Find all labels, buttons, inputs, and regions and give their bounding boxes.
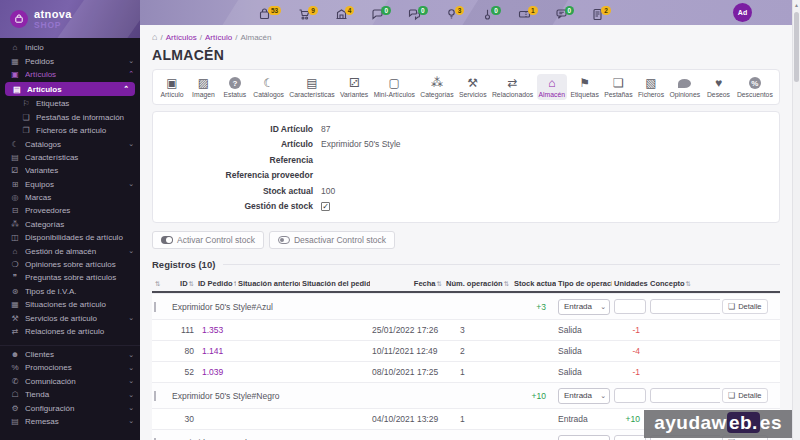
tab-opiniones[interactable]: Opiniones (667, 74, 702, 100)
units-input[interactable] (614, 388, 646, 403)
page-scrollbar[interactable]: ▲ (792, 0, 800, 440)
thermometer-icon[interactable]: 0 (481, 5, 501, 21)
breadcrumb-articulo[interactable]: Artículo (205, 33, 232, 42)
scroll-up-icon[interactable]: ▲ (793, 0, 800, 8)
sidebar-item-caracter-sticas[interactable]: ▤Características (0, 151, 140, 164)
shopping-bag-icon[interactable]: 53 (258, 5, 281, 21)
tab-servicios[interactable]: ⚒Servicios (457, 74, 489, 100)
column-header-Stock actual[interactable]: Stock actual⇅ (512, 279, 556, 288)
sort-icon[interactable]: ⇅ (189, 280, 194, 287)
tab-etiquetas[interactable]: ⚑Etiquetas (568, 74, 600, 100)
breadcrumb-articulos[interactable]: Artículos (166, 33, 197, 42)
idea-icon[interactable]: 3 (445, 5, 465, 21)
sidebar-item-configuraci-n[interactable]: ⚙Configuración⌄ (0, 401, 140, 414)
report-icon[interactable]: 2 (591, 5, 611, 21)
operation-type-select[interactable]: Entrada⌄ (558, 299, 610, 315)
sidebar-item-pedidos[interactable]: ▦Pedidos⌄ (0, 54, 140, 67)
activate-stock-control-button[interactable]: Activar Control stock (152, 231, 264, 249)
sidebar-item-marcas[interactable]: ◎Marcas (0, 191, 140, 204)
tab-categor-as[interactable]: ⁂Categorías (418, 74, 455, 100)
sidebar-item-opiniones-sobre-art-culos[interactable]: ❍Opiniones sobre artículos (0, 258, 140, 271)
ticket-icon[interactable]: 1 (518, 5, 538, 21)
units-input[interactable] (614, 299, 646, 314)
units-input[interactable] (614, 435, 646, 440)
sidebar-item-categor-as[interactable]: ⁂Categorías (0, 218, 140, 231)
tab-pesta-as[interactable]: ❏Pestañas (602, 74, 634, 100)
features-icon: ▤ (9, 153, 21, 162)
sidebar-item-tipos-de-i-v-a-[interactable]: ⊛Tipos de I.V.A. (0, 285, 140, 298)
comment-icon[interactable]: 0 (555, 5, 575, 21)
row-checkbox[interactable] (154, 302, 156, 312)
sort-icon[interactable]: ⇅ (504, 280, 509, 287)
user-avatar[interactable]: Ad (733, 3, 752, 22)
operation-type-select[interactable]: Entrada⌄ (558, 435, 610, 440)
sidebar-item-gesti-n-de-almac-n[interactable]: ⌂Gestión de almacén⌄ (0, 244, 140, 257)
order-id-link[interactable]: 1.039 (196, 367, 236, 377)
sort-icon[interactable]: ⇅ (437, 280, 442, 287)
column-header-ID Pedido[interactable]: ID Pedido⇅ (196, 279, 236, 288)
column-header-ID[interactable]: ID⇅ (170, 279, 196, 288)
tab-mini-art-culos[interactable]: ▢Mini-Artículos (372, 74, 417, 100)
column-header-Situación del pedido[interactable]: Situación del pedido⇅ (300, 279, 370, 288)
sort-icon[interactable]: ⇅ (686, 280, 691, 287)
sidebar-item-tienda[interactable]: ☖Tienda⌄ (0, 388, 140, 401)
tab-cat-logos[interactable]: ☾Catálogos (251, 74, 286, 100)
sidebar-item-pesta-as-de-informaci-n[interactable]: ❏Pestañas de información (0, 111, 140, 124)
column-header-select[interactable]: ⇅ (152, 279, 170, 288)
sidebar-item-variantes[interactable]: ⚂Variantes (0, 164, 140, 177)
sidebar-item-art-culos[interactable]: ▣Artículos⌃ (0, 68, 140, 81)
order-id-link[interactable]: 1.353 (196, 325, 236, 335)
chat-icon[interactable]: 0 (371, 5, 391, 21)
column-header-Unidades[interactable]: Unidades⇅ (612, 279, 648, 288)
sidebar-item-inicio[interactable]: ⌂Inicio (0, 41, 140, 54)
sort-icon[interactable]: ⇅ (155, 280, 160, 287)
sidebar-item-art-culos[interactable]: ▤Artículos⌃ (5, 82, 135, 96)
column-header-Tipo de operación[interactable]: Tipo de operación⇅ (556, 279, 612, 288)
sidebar-item-equipos[interactable]: ⊞Equipos⌄ (0, 178, 140, 191)
tab-relacionados[interactable]: ⇄Relacionados (490, 74, 535, 100)
sidebar-item-remesas[interactable]: ▤Remesas⌄ (0, 415, 140, 428)
tab-ficheros[interactable]: ▧Ficheros (636, 74, 666, 100)
sidebar-item-relaciones-de-art-culo[interactable]: ⇄Relaciones de artículo (0, 325, 140, 338)
sidebar-item-situaciones-de-art-culo[interactable]: ▦Situaciones de artículo (0, 298, 140, 311)
tab-estatus[interactable]: ?Estatus (220, 74, 250, 100)
operation-type-select[interactable]: Entrada⌄ (558, 388, 610, 404)
tab-deseos[interactable]: ♥Deseos (703, 74, 733, 100)
sidebar-item-ficheros-de-art-culo[interactable]: ❐Ficheros de artículo (0, 124, 140, 137)
brand-logo[interactable]: atnova SHOP (0, 0, 140, 38)
stock-management-checkbox[interactable]: ✓ (321, 202, 330, 211)
tab-descuentos[interactable]: %Descuentos (735, 74, 775, 100)
sidebar-item-comunicaci-n[interactable]: ✆Comunicación⌄ (0, 375, 140, 388)
column-header-Fecha[interactable]: Fecha⇅ (370, 279, 444, 288)
sidebar-item-proveedores[interactable]: ⊟Proveedores (0, 204, 140, 217)
tab-caracter-sticas[interactable]: ▤Características (287, 74, 336, 100)
sidebar-item-etiquetas[interactable]: ⚐Etiquetas (0, 97, 140, 110)
concept-input[interactable] (650, 299, 720, 314)
detail-button[interactable]: ❏Detalle (722, 299, 768, 314)
sidebar-item-disponibilidades-de-art-culo[interactable]: ◫Disponibilidades de artículo (0, 231, 140, 244)
chevron-down-icon: ⌄ (128, 140, 134, 148)
sidebar-item-servicios-de-art-culo[interactable]: ⚒Servicios de artículo⌄ (0, 311, 140, 324)
detail-button[interactable]: ❏Detalle (722, 388, 768, 403)
deactivate-stock-control-button[interactable]: Desactivar Control stock (269, 231, 395, 249)
cart-icon[interactable]: 9 (298, 5, 318, 21)
order-id-link[interactable]: 1.141 (196, 346, 236, 356)
concept-input[interactable] (650, 388, 720, 403)
sidebar-item-clientes[interactable]: ☻Clientes⌄ (0, 345, 140, 361)
tab-variantes[interactable]: ⚂Variantes (338, 74, 370, 100)
sidebar-item-promociones[interactable]: %Promociones⌄ (0, 361, 140, 374)
column-header-Concepto[interactable]: Concepto⇅ (648, 279, 720, 288)
sidebar-item-cat-logos[interactable]: ☾Catálogos⌄ (0, 137, 140, 150)
sidebar-item-preguntas-sobre-art-culos[interactable]: ❞Preguntas sobre artículos (0, 271, 140, 284)
home-icon[interactable]: ⌂ (152, 32, 157, 42)
row-select-cell (152, 391, 170, 401)
scrollbar-thumb[interactable] (794, 12, 799, 82)
column-header-Situación anterior[interactable]: Situación anterior⇅ (236, 279, 300, 288)
row-checkbox[interactable] (154, 391, 156, 401)
tab-almac-n[interactable]: ⌂Almacén (537, 74, 567, 100)
column-header-Núm. operación[interactable]: Núm. operación⇅ (444, 279, 512, 288)
tab-imagen[interactable]: ▨Imagen (188, 74, 218, 100)
conversations-icon[interactable]: 0 (408, 5, 428, 21)
tab-art-culo[interactable]: ▣Artículo (157, 74, 187, 100)
warehouse-icon[interactable]: 4 (335, 5, 355, 21)
